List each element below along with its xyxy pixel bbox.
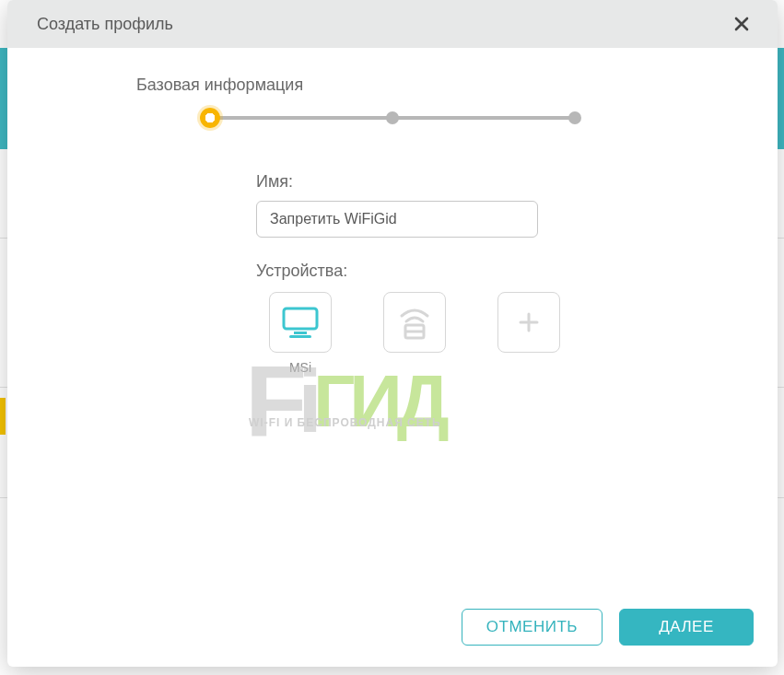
device-tile-box xyxy=(383,292,446,353)
wifi-device-icon xyxy=(394,303,435,342)
next-button[interactable]: ДАЛЕЕ xyxy=(619,609,754,646)
device-tile-box xyxy=(497,292,560,353)
plus-icon xyxy=(515,308,543,336)
device-row: MSi xyxy=(256,292,778,375)
device-tile-box xyxy=(269,292,332,353)
stepper xyxy=(210,108,575,128)
modal-header: Создать профиль xyxy=(7,0,778,48)
cancel-button[interactable]: ОТМЕНИТЬ xyxy=(462,609,603,646)
step-2-dot[interactable] xyxy=(386,111,399,124)
device-tile-caption: MSi xyxy=(289,360,311,375)
devices-label: Устройства: xyxy=(256,262,778,281)
step-area: Базовая информация xyxy=(7,76,778,128)
name-label: Имя: xyxy=(256,172,778,192)
watermark-subtitle: WI-FI И БЕСПРОВОДНАЯ СЕТЬ xyxy=(249,416,441,429)
close-icon xyxy=(732,15,751,33)
modal-footer: ОТМЕНИТЬ ДАЛЕЕ xyxy=(7,588,778,667)
form-area: Имя: Устройства: MSi xyxy=(7,172,778,375)
create-profile-modal: Создать профиль Базовая информация Имя: … xyxy=(7,0,778,667)
step-1-dot[interactable] xyxy=(200,108,220,128)
svg-rect-0 xyxy=(284,308,317,329)
device-tile-msi[interactable]: MSi xyxy=(256,292,345,375)
close-button[interactable] xyxy=(730,12,754,36)
step-label: Базовая информация xyxy=(136,76,704,95)
svg-rect-2 xyxy=(289,335,311,338)
device-tile-wifi[interactable] xyxy=(370,292,459,375)
device-tile-add[interactable] xyxy=(485,292,573,375)
modal-title: Создать профиль xyxy=(37,15,173,34)
monitor-icon xyxy=(281,305,320,340)
step-3-dot[interactable] xyxy=(568,111,581,124)
svg-rect-1 xyxy=(294,332,307,334)
name-input[interactable] xyxy=(256,201,538,238)
modal-body: Базовая информация Имя: Устройства: xyxy=(7,48,778,588)
background-yellow-marker xyxy=(0,398,6,435)
